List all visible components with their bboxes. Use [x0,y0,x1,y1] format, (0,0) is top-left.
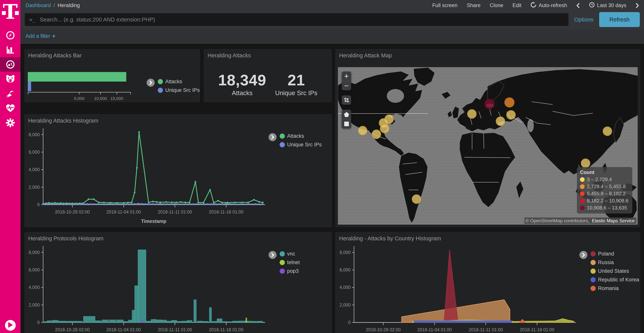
breadcrumb-dashboard-link[interactable]: Dashboard [26,3,51,9]
metric-unique-src-ips: 21 Unique Src IPs [275,71,318,97]
map-point-romania[interactable] [496,117,505,126]
auto-refresh-button[interactable]: Auto-refresh [530,2,567,9]
topnav-actions: Full screen Share Clone Edit Auto-refres… [432,2,639,9]
legend-label: Attacks [287,133,304,139]
legend-item-attacks[interactable]: Attacks [158,79,200,85]
breadcrumb-separator: / [54,3,55,9]
map-zoom-out-button[interactable]: − [342,81,351,90]
legend-label: vnc [287,251,295,257]
legend-item-unique-src-ips[interactable]: Unique Src IPs [280,142,322,148]
map-legend-color-dot [580,177,584,182]
svg-text:2018-11-18 01:00: 2018-11-18 01:00 [209,327,244,332]
legend-color-dot [280,268,285,274]
time-back-button[interactable] [576,3,580,9]
legend-item-romania[interactable]: Romania [590,285,639,291]
legend-item-united-states[interactable]: United States [590,268,639,274]
sidebar-item-visualize[interactable] [0,43,20,57]
legend-label: Republic of Korea [598,277,639,283]
map-zoom-in-button[interactable]: + [342,72,351,81]
map-point-korea[interactable] [603,127,612,136]
map-legend-color-dot [580,191,584,196]
search-input[interactable] [40,17,564,23]
sidebar-item-monitoring[interactable] [0,101,20,116]
legend-item-attacks[interactable]: Attacks [280,133,322,139]
map-legend-range: 10,908.6 – 13,635 [580,205,628,211]
main-area: Dashboard / Heralding Full screen Share … [20,0,644,333]
map-legend-title: Count [580,169,628,175]
svg-text:10,000: 10,000 [94,96,107,101]
heartbeat-icon [6,104,15,112]
attacks-bar-chart[interactable]: 5,00010,00015,000 [28,70,142,104]
options-link[interactable]: Options [574,17,594,23]
map-point-france[interactable] [468,110,476,118]
svg-text:2018-11-11 01:00: 2018-11-11 01:00 [469,327,503,332]
map-point-us-central[interactable] [358,126,367,135]
protocols-histogram-chart[interactable]: 02,0004,0006,0008,0002018-10-28 02:00201… [27,243,268,333]
legend-toggle-icon[interactable] [146,79,155,87]
world-map[interactable]: + − [338,67,638,225]
share-button[interactable]: Share [467,3,480,9]
refresh-cycle-icon [530,2,536,9]
sidebar-item-management[interactable] [0,116,20,130]
svg-text:0: 0 [37,320,40,325]
add-filter-button[interactable]: Add a filter+ [26,33,56,39]
legend-item-poland[interactable]: Poland [590,251,639,257]
search-box[interactable]: >_ [25,13,568,26]
legend-toggle-icon[interactable] [268,133,276,141]
map-point-poland[interactable] [484,99,494,109]
legend-label: telnet [287,259,300,265]
map-fit-bounds-button[interactable] [342,95,351,105]
query-prompt-icon: >_ [29,17,36,23]
map-point-brazil[interactable] [412,195,421,203]
legend-toggle-icon[interactable] [580,251,588,259]
sidebar-item-dashboard[interactable] [0,57,20,72]
sidebar-item-tpot-bear[interactable] [0,72,20,86]
sidebar-collapse-button[interactable] [5,320,16,331]
svg-text:2018-11-11 01:00: 2018-11-11 01:00 [158,327,192,332]
legend-toggle-icon[interactable] [268,251,276,259]
country-histogram-chart[interactable]: 02,0004,0006,0008,0002018-10-28 02:00201… [338,243,580,333]
map-point-us-south[interactable] [372,130,381,139]
legend-item-vnc[interactable]: vnc [280,251,300,257]
map-draw-rectangle-button[interactable] [342,119,351,129]
legend-item-telnet[interactable]: telnet [280,259,300,265]
telekom-logo[interactable]: T [3,4,18,21]
svg-text:8,000: 8,000 [340,250,350,255]
map-legend-range-label: 10,908.6 – 13,635 [587,205,627,211]
legend-item-pop3[interactable]: pop3 [280,268,300,274]
clone-button[interactable]: Clone [490,3,503,9]
legend-item-russia[interactable]: Russia [590,259,639,265]
map-point-us-east[interactable] [380,124,389,133]
refresh-button[interactable]: Refresh [599,12,640,27]
legend-color-dot [590,277,596,282]
legend-item-unique-src-ips[interactable]: Unique Src IPs [158,87,200,93]
legend-label: Romania [598,285,619,291]
map-legend-color-dot [580,199,584,203]
panel-title: Heralding Attacks Histogram [25,115,332,124]
time-forward-button[interactable] [636,3,639,9]
osm-attribution[interactable]: © OpenStreetMap contributors, [524,217,590,224]
legend-label: Attacks [165,79,182,85]
legend-item-republic-of-korea[interactable]: Republic of Korea [590,277,639,283]
sidebar-item-discover[interactable] [0,28,20,43]
map-point-russia[interactable] [505,98,514,107]
map-point-ukraine[interactable] [506,111,516,119]
map-draw-polygon-button[interactable] [342,110,351,119]
map-legend-range-label: 8,182.2 – 10,908.6 [587,198,628,204]
map-legend-range-label: 5,455.8 – 8,182.2 [587,191,626,197]
ems-attribution[interactable]: Elastic Maps Service [590,217,636,224]
edit-button[interactable]: Edit [512,3,522,9]
attacks-histogram-chart[interactable]: 02,0004,0006,0008,0002018-10-28 02:00201… [27,125,268,225]
map-legend-range: 8,182.2 – 10,908.6 [580,198,628,204]
top-navigation: Dashboard / Heralding Full screen Share … [20,0,644,11]
legend-label: pop3 [287,268,298,274]
map-point-vietnam[interactable] [581,159,590,168]
full-screen-button[interactable]: Full screen [432,3,458,9]
legend-color-dot [590,286,596,291]
svg-text:8,000: 8,000 [28,250,40,255]
logo-dash-right [15,11,19,15]
time-range-picker[interactable]: Last 30 days [589,2,626,9]
panel-attack-map: Heralding Attack Map [336,49,640,227]
sidebar-item-dev-tools[interactable] [0,86,20,101]
metric-label: Attacks [218,89,266,97]
